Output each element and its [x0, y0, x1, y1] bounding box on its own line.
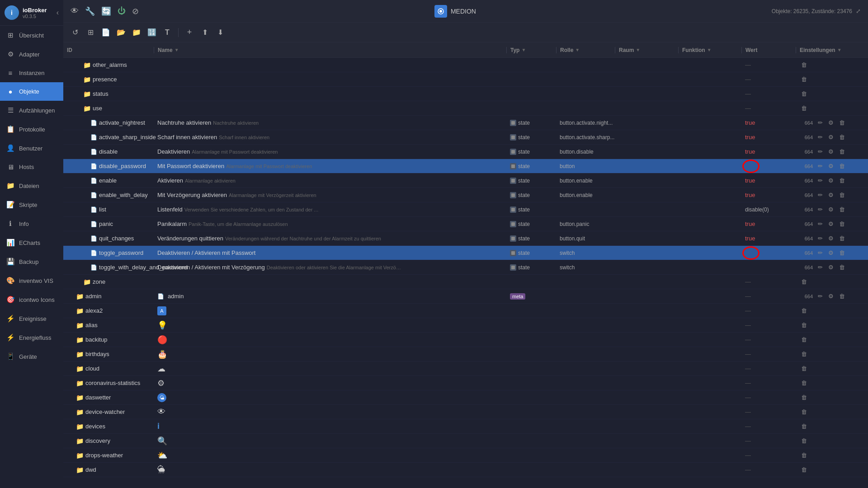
table-row[interactable]: 📄 activate_nightrest Nachtruhe aktiviere… — [63, 116, 868, 130]
edit-icon[interactable]: ✏ — [816, 176, 825, 185]
table-row-alexa2[interactable]: 📁 alexa2 A — 🗑 — [63, 304, 868, 318]
table-row-devices[interactable]: 📁 devices i — 🗑 — [63, 419, 868, 434]
expand-icon[interactable]: ⤢ — [856, 8, 861, 14]
wrench-icon[interactable]: 🔧 — [85, 6, 95, 16]
delete-icon[interactable]: 🗑 — [837, 220, 846, 229]
table-row[interactable]: 📄 disable Deaktivieren Alarmanlage mit P… — [63, 145, 868, 159]
folder-open-button[interactable]: 📂 — [115, 26, 127, 39]
table-row-daswetter[interactable]: 📁 daswetter 🌤 — 🗑 — [63, 390, 868, 405]
delete-icon[interactable]: 🗑 — [799, 364, 808, 373]
delete-icon[interactable]: 🗑 — [799, 321, 808, 330]
th-rolle[interactable]: Rolle ▼ — [556, 47, 615, 53]
edit-icon[interactable]: ✏ — [816, 234, 825, 243]
edit-icon[interactable]: ✏ — [816, 191, 825, 200]
upload-button[interactable]: ⬆ — [198, 26, 211, 39]
edit-icon[interactable]: ✏ — [816, 220, 825, 229]
th-id[interactable]: ID — [63, 47, 154, 53]
delete-icon[interactable]: 🗑 — [837, 147, 846, 156]
delete-icon[interactable]: 🗑 — [799, 393, 808, 402]
sidebar-item-icontwo[interactable]: 🎯 icontwo Icons — [0, 290, 63, 309]
sidebar-item-energiefluss[interactable]: ⚡ Energiefluss — [0, 328, 63, 347]
settings-icon[interactable]: ⚙ — [826, 205, 835, 214]
table-row-discovery[interactable]: 📁 discovery 🔍 — 🗑 — [63, 434, 868, 448]
sidebar-item-instanzen[interactable]: ≡ Instanzen — [0, 64, 63, 82]
settings-icon[interactable]: ⚙ — [826, 263, 835, 272]
edit-icon[interactable]: ✏ — [816, 263, 825, 272]
table-row-backitup[interactable]: 📁 backitup 🔴 — 🗑 — [63, 333, 868, 347]
sidebar-item-protokolle[interactable]: 📋 Protokolle — [0, 120, 63, 139]
table-row[interactable]: 📁 other_alarms — 🗑 — [63, 58, 868, 72]
sidebar-item-benutzer[interactable]: 👤 Benutzer — [0, 139, 63, 158]
th-raum[interactable]: Raum ▼ — [615, 47, 678, 53]
sidebar-item-backup[interactable]: 💾 Backup — [0, 252, 63, 271]
delete-icon[interactable]: 🗑 — [799, 408, 808, 417]
settings-icon[interactable]: ⚙ — [826, 176, 835, 185]
table-row[interactable]: 📁 presence — 🗑 — [63, 72, 868, 87]
edit-icon[interactable]: ✏ — [816, 118, 825, 127]
table-row-admin[interactable]: 📁 admin 📄 admin meta — 664 ✏ ⚙ — [63, 289, 868, 304]
add-button[interactable]: + — [183, 26, 196, 39]
th-wert[interactable]: Wert — [741, 47, 796, 53]
th-name[interactable]: Name ▼ — [154, 47, 506, 53]
sidebar-item-hosts[interactable]: 🖥 Hosts — [0, 158, 63, 176]
refresh-button[interactable]: ↺ — [69, 26, 81, 39]
eye-icon[interactable]: 👁 — [71, 6, 79, 16]
sync-icon[interactable]: 🔄 — [101, 6, 111, 16]
table-row[interactable]: 📄 activate_sharp_inside Scharf innen akt… — [63, 130, 868, 145]
settings-icon[interactable]: ⚙ — [826, 147, 835, 156]
th-typ[interactable]: Typ ▼ — [506, 47, 556, 53]
sidebar-item-info[interactable]: ℹ Info — [0, 214, 63, 233]
table-row[interactable]: 📄 toggle_with_delay_and_password Deaktiv… — [63, 260, 868, 275]
table-row-alias[interactable]: 📁 alias 💡 — 🗑 — [63, 318, 868, 333]
download-button[interactable]: ⬇ — [214, 26, 226, 39]
delete-icon[interactable]: 🗑 — [837, 176, 846, 185]
delete-icon[interactable]: 🗑 — [837, 162, 846, 171]
delete-icon[interactable]: 🗑 — [799, 277, 808, 286]
delete-icon[interactable]: 🗑 — [799, 75, 808, 84]
file-button[interactable]: 📄 — [99, 26, 112, 39]
table-row-disable-password[interactable]: 📄 disable_password Mit Passwort deaktivi… — [63, 159, 868, 174]
block-icon[interactable]: ⊘ — [132, 6, 139, 16]
folder-button[interactable]: 📁 — [130, 26, 143, 39]
sidebar-item-objekte[interactable]: ● Objekte — [0, 82, 63, 101]
delete-icon[interactable]: 🗑 — [799, 61, 808, 70]
settings-icon[interactable]: ⚙ — [826, 234, 835, 243]
table-row-device-watcher[interactable]: 📁 device-watcher 👁 — 🗑 — [63, 405, 868, 419]
edit-icon[interactable]: ✏ — [816, 162, 825, 171]
delete-icon[interactable]: 🗑 — [799, 422, 808, 431]
text-button[interactable]: T — [161, 26, 174, 39]
settings-icon[interactable]: ⚙ — [826, 220, 835, 229]
sidebar-item-inventwo[interactable]: 🎨 inventwo VIS — [0, 271, 63, 290]
edit-icon[interactable]: ✏ — [816, 249, 825, 258]
delete-icon[interactable]: 🗑 — [799, 451, 808, 460]
settings-icon[interactable]: ⚙ — [826, 292, 835, 301]
delete-icon[interactable]: 🗑 — [837, 118, 846, 127]
edit-icon[interactable]: ✏ — [816, 292, 825, 301]
table-row-dwd[interactable]: 📁 dwd 🌦 — 🗑 — [63, 463, 868, 477]
table-row[interactable]: 📁 status — 🗑 — [63, 87, 868, 101]
th-einstellung[interactable]: Einstellungen ▼ — [796, 47, 868, 53]
table-row-birthdays[interactable]: 📁 birthdays 🎂 — 🗑 — [63, 347, 868, 361]
settings-icon[interactable]: ⚙ — [826, 191, 835, 200]
sidebar-item-uebersicht[interactable]: ⊞ Übersicht — [0, 26, 63, 45]
table-row-drops-weather[interactable]: 📁 drops-weather ⛅ — 🗑 — [63, 448, 868, 463]
settings-icon[interactable]: ⚙ — [826, 133, 835, 142]
sidebar-item-dateien[interactable]: 📁 Dateien — [0, 176, 63, 195]
delete-icon[interactable]: 🗑 — [799, 436, 808, 446]
settings-icon[interactable]: ⚙ — [826, 118, 835, 127]
delete-icon[interactable]: 🗑 — [799, 335, 808, 344]
sidebar-item-aufzaehlungen[interactable]: ☰ Aufzählungen — [0, 101, 63, 120]
sidebar-item-skripte[interactable]: 📝 Skripte — [0, 195, 63, 214]
power-icon[interactable]: ⏻ — [118, 6, 126, 16]
delete-icon[interactable]: 🗑 — [799, 89, 808, 99]
delete-icon[interactable]: 🗑 — [837, 191, 846, 200]
delete-icon[interactable]: 🗑 — [837, 292, 846, 301]
sidebar-item-adapter[interactable]: ⚙ Adapter — [0, 45, 63, 64]
table-row[interactable]: 📄 list Listenfeld Verwenden Sie verschie… — [63, 202, 868, 217]
table-row[interactable]: 📄 quit_changes Veränderungen quittieren … — [63, 231, 868, 246]
delete-icon[interactable]: 🗑 — [799, 379, 808, 388]
table-row[interactable]: 📄 enable Aktivieren Alarmanlage aktivier… — [63, 174, 868, 188]
delete-icon[interactable]: 🗑 — [799, 306, 808, 315]
table-row[interactable]: 📁 zone — 🗑 — [63, 275, 868, 289]
settings-icon[interactable]: ⚙ — [826, 162, 835, 171]
